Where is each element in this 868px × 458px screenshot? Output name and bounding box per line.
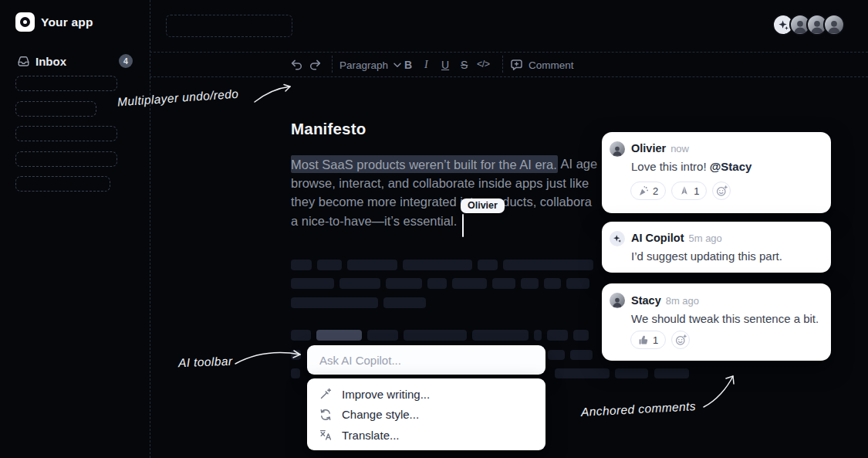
skeleton-text-block [654,368,689,378]
party-popper-icon [638,185,649,196]
sidebar-skeleton-item [15,126,117,141]
skeleton-text-block [291,368,300,378]
sidebar-divider [150,0,150,458]
inbox-icon [17,56,30,67]
app-logo [15,12,35,32]
inbox-label: Inbox [35,55,66,68]
mention[interactable]: @Stacy [710,160,752,173]
skeleton-text-block [570,350,593,360]
comment-icon [510,59,523,71]
inbox-count-badge: 4 [119,54,133,68]
redo-button[interactable] [309,59,322,70]
smiley-plus-icon [675,334,687,346]
paragraph-line: Most SaaS products weren’t built for the… [291,154,602,174]
menu-item-label: Translate... [342,429,399,442]
annotation-arrow [234,346,305,368]
toolbar-divider [502,56,503,73]
undo-icon [290,59,303,70]
topbar-skeleton-box [166,15,292,37]
skeleton-text-row [291,330,589,341]
comment-body: I’d suggest updating this part. [631,249,782,263]
annotation-arrow [701,373,738,409]
comment-body: Love this intro! @Stacy [631,160,751,173]
paragraph-style-dropdown[interactable]: Paragraph [339,59,401,71]
highlighted-sentence: Most SaaS products weren’t built for the… [291,155,558,173]
code-label: </> [477,59,490,70]
reaction-pill[interactable]: 2 [630,182,666,200]
add-reaction-button[interactable] [712,182,731,200]
underline-button[interactable]: U [441,59,449,71]
skeleton-text-row [291,260,593,270]
paragraph-line: browse, interact, and collaborate inside… [291,174,602,193]
user-avatar[interactable] [789,14,811,36]
strikethrough-label: S [461,59,468,71]
folded-hands-icon [679,185,690,196]
refresh-icon [319,409,332,421]
document-paragraph[interactable]: Most SaaS products weren’t built for the… [291,154,602,238]
skeleton-text-block [555,368,610,378]
paragraph-text: AI age [558,157,597,171]
thumbs-up-icon [638,334,649,345]
annotation-ai-toolbar: AI toolbar [178,355,233,370]
annotation-anchored-comments: Anchored comments [581,399,697,419]
app-window: Your app Inbox 4 Paragraph B I U S </ [0,0,868,458]
comment-card[interactable]: AI Copilot 5m ago I’d suggest updating t… [602,222,831,273]
chevron-down-icon [393,63,401,68]
annotation-arrow [253,83,295,105]
menu-item-label: Improve writing... [342,388,430,401]
collaborator-caret [462,214,464,237]
ai-command-menu: Improve writing... Change style... Trans… [307,378,545,450]
comment-card[interactable]: Stacy 8m ago We should tweak this senten… [602,283,831,361]
paragraph-style-label: Paragraph [339,59,388,71]
toolbar-divider [332,56,333,73]
strikethrough-button[interactable]: S [461,59,468,71]
skeleton-text-row [291,278,589,289]
skeleton-selected-text [316,330,362,341]
ask-ai-copilot-input[interactable] [307,345,545,375]
sidebar-skeleton-item [15,151,117,167]
italic-label: I [424,59,428,71]
undo-button[interactable] [290,59,303,70]
sidebar-item-inbox[interactable]: Inbox 4 [17,53,133,70]
commenter-avatar [610,293,625,308]
collaborator-cursor-label: Olivier [461,198,505,213]
menu-item-improve-writing[interactable]: Improve writing... [307,384,545,405]
paragraph-line: a nice-to-have—it’s essential. [291,212,602,231]
comment-author: Olivier [631,142,666,154]
reaction-pill[interactable]: 1 [630,331,666,349]
wand-icon [319,388,332,400]
comment-text: Love this intro! [631,160,710,173]
toolbar-bottom-border [150,76,868,77]
sidebar-skeleton-item [15,101,96,117]
reaction-pill[interactable]: 1 [671,182,707,200]
code-button[interactable]: </> [477,59,490,70]
translate-icon [319,429,332,441]
logo-ring-icon [20,17,30,27]
reaction-count: 1 [653,334,658,346]
user-avatar[interactable] [806,14,828,36]
user-avatar[interactable] [823,14,845,36]
reaction-count: 1 [694,185,699,197]
bold-button[interactable]: B [404,59,412,71]
menu-item-label: Change style... [342,408,419,421]
app-title: Your app [41,15,93,29]
reaction-count: 2 [653,185,658,197]
comment-body: We should tweak this sentence a bit. [631,312,819,325]
comment-button-label: Comment [529,59,574,71]
menu-item-translate[interactable]: Translate... [307,425,545,446]
add-reaction-button[interactable] [671,331,690,349]
toolbar-top-border [150,52,868,53]
ai-copilot-comment-avatar [610,231,625,246]
skeleton-text-block [548,350,565,360]
italic-button[interactable]: I [424,59,428,71]
bold-label: B [404,59,412,71]
paragraph-line: they become more integrated into product… [291,192,602,212]
sidebar-skeleton-item [15,176,110,192]
annotation-undo-redo: Multiplayer undo/redo [117,87,239,110]
comment-timestamp: 5m ago [688,232,721,244]
comment-card[interactable]: Olivier now Love this intro! @Stacy 2 1 [602,132,831,213]
sidebar-skeleton-item [15,76,117,91]
menu-item-change-style[interactable]: Change style... [307,405,545,426]
skeleton-text-block [615,368,648,378]
comment-button[interactable]: Comment [510,59,574,71]
